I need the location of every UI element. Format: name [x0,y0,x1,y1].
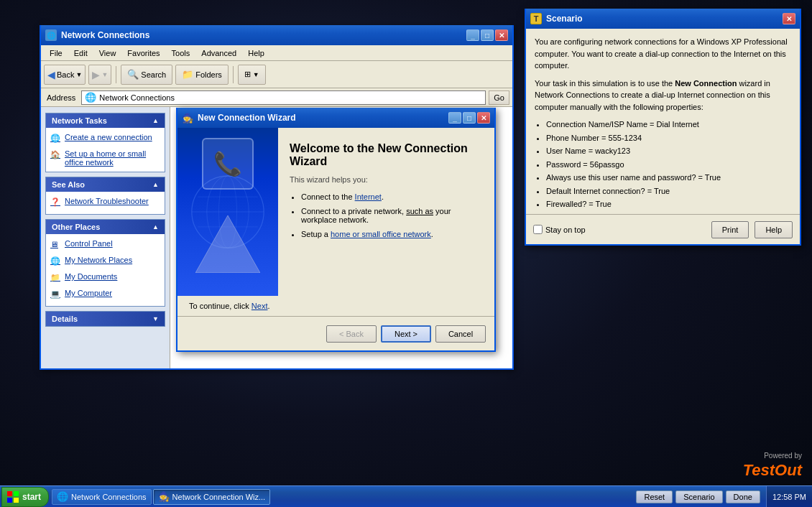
new-connection-bold: New Connection [675,79,737,88]
start-button[interactable]: start [1,487,49,507]
scenario-text-2: Your task in this simulation is to use t… [535,78,791,113]
create-connection-link[interactable]: 🌐 Create a new connection [49,132,162,146]
start-label: start [22,492,41,502]
scenario-print-button[interactable]: Print [711,221,749,238]
address-icon: 🌐 [85,92,96,103]
network-tasks-label: Network Tasks [52,116,107,125]
done-button[interactable]: Done [726,490,760,503]
control-panel-label: Control Panel [65,239,113,248]
my-network-label: My Network Places [65,256,132,264]
taskbar-nc-label: Network Connections [71,493,147,501]
scenario-help-button[interactable]: Help [755,221,793,238]
back-label: Back [57,70,74,79]
wizard-title-text: New Connection Wizard [198,113,296,123]
reset-button[interactable]: Reset [636,490,673,503]
home-network-link[interactable]: 🏠 Set up a home or small office network [49,149,162,167]
menu-tools[interactable]: Tools [166,47,196,59]
scenario-footer: Stay on top Print Help [526,214,800,244]
see-also-header[interactable]: See Also ▲ [46,177,165,192]
my-network-icon: 🌐 [50,256,62,268]
testout-logo-accent: Out [775,461,802,479]
taskbar-wizard-label: Network Connection Wiz... [172,493,266,501]
stay-on-top-label: Stay on top [545,225,586,234]
testout-logo: TestOut [743,461,802,480]
wizard-minimize-button[interactable]: _ [448,112,461,124]
address-label: Address [44,93,78,102]
wizard-titlebar-controls: _ □ ✕ [448,112,490,124]
address-input[interactable]: 🌐 Network Connections [81,90,486,105]
forward-button[interactable]: ▶ ▼ [88,65,111,85]
nc-maximize-button[interactable]: □ [481,29,494,41]
taskbar-right: Reset Scenario Done 12:58 PM [630,486,812,507]
search-button[interactable]: 🔍 Search [121,65,172,85]
scenario-close-button[interactable]: ✕ [783,13,795,24]
wizard-window: 🧙 New Connection Wizard _ □ ✕ 📞 [176,108,496,352]
my-network-link[interactable]: 🌐 My Network Places [49,255,162,269]
scenario-window: T Scenario ✕ You are configuring network… [525,9,801,246]
network-tasks-header[interactable]: Network Tasks ▲ [46,113,165,128]
home-network-wizard-link[interactable]: home or small office network [331,230,431,238]
scenario-button[interactable]: Scenario [675,490,722,503]
troubleshooter-label: Network Troubleshooter [65,197,149,205]
back-button[interactable]: ◀ Back ▼ [44,65,86,85]
menu-help[interactable]: Help [242,47,270,59]
internet-link[interactable]: Internet [355,192,382,201]
view-icon: ⊞ [244,70,251,79]
stay-on-top-checkbox[interactable] [533,225,543,234]
scenario-properties-list: Connection Name/ISP Name = Dial Internet… [535,118,791,210]
taskbar-item-wizard[interactable]: 🧙 Network Connection Wiz... [153,489,271,505]
wizard-cancel-button[interactable]: Cancel [435,325,486,343]
nc-titlebar-title: 🌐 Network Connections [45,29,149,41]
details-header[interactable]: Details ▼ [46,312,165,326]
address-go-button[interactable]: Go [489,90,509,105]
view-button[interactable]: ⊞ ▼ [238,65,266,85]
wizard-left-panel: 📞 [177,128,278,296]
forward-dropdown-icon: ▼ [101,71,108,78]
nc-close-button[interactable]: ✕ [495,29,508,41]
scenario-titlebar: T Scenario ✕ [526,9,800,29]
view-dropdown-icon: ▼ [253,71,259,78]
nc-sidebar: Network Tasks ▲ 🌐 Create a new connectio… [41,107,170,368]
folders-icon: 📁 [182,69,193,80]
troubleshooter-link[interactable]: ❓ Network Troubleshooter [49,196,162,210]
svg-rect-9 [7,498,12,503]
scenario-body-container: You are configuring network connections … [526,29,800,214]
taskbar-items: 🌐 Network Connections 🧙 Network Connecti… [49,489,630,505]
menu-view[interactable]: View [93,47,122,59]
menu-edit[interactable]: Edit [68,47,93,59]
wizard-maximize-button[interactable]: □ [463,112,476,124]
control-panel-link[interactable]: 🖥 Control Panel [49,238,162,252]
wizard-next-button[interactable]: Next > [381,325,431,343]
wizard-back-button[interactable]: < Back [326,325,377,343]
nc-minimize-button[interactable]: _ [466,29,479,41]
search-label: Search [141,70,166,79]
folders-button[interactable]: 📁 Folders [175,65,229,85]
wizard-right-panel: Welcome to the New Connection Wizard Thi… [278,128,494,296]
details-label: Details [52,315,78,323]
other-places-header[interactable]: Other Places ▲ [46,220,165,234]
menu-advanced[interactable]: Advanced [195,47,242,59]
wizard-bullet-3: Setup a home or small office network. [301,230,483,238]
scenario-prop-1: Connection Name/ISP Name = Dial Internet [546,118,791,131]
menu-favorites[interactable]: Favorites [121,47,165,59]
taskbar-item-network-connections[interactable]: 🌐 Network Connections [52,489,152,505]
network-tasks-chevron: ▲ [152,117,159,124]
wizard-arrow-decoration [195,215,260,274]
my-computer-link[interactable]: 💻 My Computer [49,288,162,302]
home-network-label: Set up a home or small office network [65,149,160,167]
scenario-titlebar-title: T Scenario [530,13,583,24]
wizard-bullet-3-text: Setup a home or small office network. [301,230,433,238]
sidebar-section-see-also: See Also ▲ ❓ Network Troubleshooter [45,177,165,215]
nc-window-icon: 🌐 [45,29,57,41]
see-also-chevron: ▲ [152,181,159,188]
menu-file[interactable]: File [44,47,68,59]
wizard-close-button[interactable]: ✕ [477,112,490,124]
scenario-text-1: You are configuring network connections … [535,36,791,72]
scenario-text-2a: Your task in this simulation is to use t… [535,79,675,88]
address-value: Network Connections [99,93,175,102]
my-documents-link[interactable]: 📁 My Documents [49,271,162,285]
control-panel-icon: 🖥 [50,240,62,251]
testout-logo-text: Test [743,461,775,479]
wizard-bullet-2: Connect to a private network, such as yo… [301,207,483,224]
see-also-body: ❓ Network Troubleshooter [46,192,165,214]
